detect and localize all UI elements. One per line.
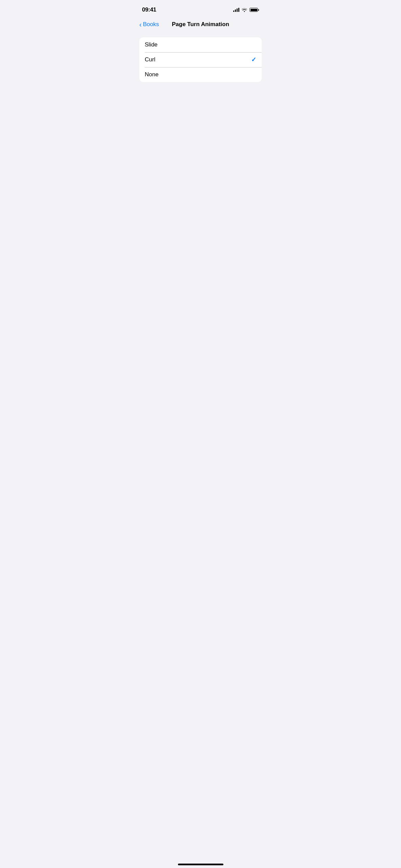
signal-icon: [233, 8, 239, 12]
status-bar: 09:41: [134, 0, 267, 18]
option-row-none[interactable]: None: [139, 67, 262, 82]
option-row-curl[interactable]: Curl✓: [139, 52, 262, 67]
option-label-slide: Slide: [145, 41, 158, 48]
options-list: SlideCurl✓None: [139, 37, 262, 82]
back-label: Books: [143, 21, 159, 28]
back-button[interactable]: ‹ Books: [139, 21, 159, 28]
battery-icon: [249, 8, 259, 12]
content-area: SlideCurl✓None: [134, 32, 267, 82]
option-label-curl: Curl: [145, 56, 155, 63]
page-title: Page Turn Animation: [172, 21, 229, 28]
wifi-icon: [242, 8, 247, 12]
option-label-none: None: [145, 71, 159, 78]
status-time: 09:41: [142, 6, 156, 13]
nav-bar: ‹ Books Page Turn Animation: [134, 18, 267, 32]
status-icons: [233, 8, 259, 12]
checkmark-icon-curl: ✓: [251, 56, 256, 63]
option-row-slide[interactable]: Slide: [139, 37, 262, 52]
back-chevron-icon: ‹: [139, 21, 142, 28]
